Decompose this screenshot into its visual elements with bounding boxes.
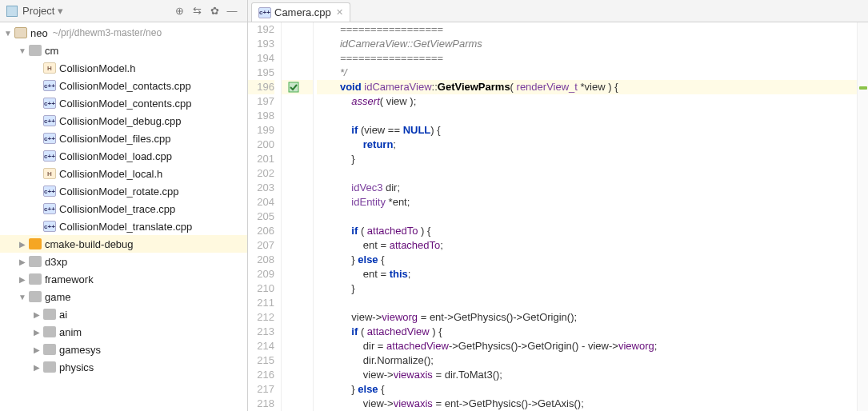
tree-node[interactable]: ▶HCollisionModel.h [0,59,247,77]
h-icon: H [43,168,56,179]
tree-node[interactable]: ▶physics [0,358,247,376]
project-header: Project ▾ ⊕ ⇆ ✿ — [0,0,247,22]
project-title: Project [22,5,54,17]
expand-arrow[interactable]: ▶ [32,187,42,196]
tree-node[interactable]: ▼game [0,288,247,305]
cpp-icon: c++ [43,115,56,126]
node-label: CollisionModel.h [59,62,135,74]
project-icon [6,6,18,17]
node-label: neo [30,27,48,39]
tree-node[interactable]: ▶c++CollisionModel_translate.cpp [0,217,247,235]
node-label: CollisionModel_local.h [59,168,162,180]
expand-arrow[interactable]: ▶ [32,117,42,126]
node-label: gamesys [59,344,101,356]
hide-icon[interactable]: — [223,2,241,20]
expand-arrow[interactable]: ▶ [32,205,42,213]
tab-label: Camera.cpp [274,6,331,18]
tree-node[interactable]: ▶d3xp [0,253,247,270]
folder-icon [29,291,42,302]
folder-icon [29,256,42,267]
cpp-icon: c++ [43,80,56,91]
node-label: CollisionModel_rotate.cpp [59,186,179,198]
tree-node[interactable]: ▶cmake-build-debug [0,235,247,253]
node-label: CollisionModel_translate.cpp [59,221,192,233]
editor-pane: c++ Camera.cpp ✕ 19219319419519619719819… [248,0,868,411]
expand-arrow[interactable]: ▶ [32,170,42,178]
gear-icon[interactable]: ✿ [206,2,223,20]
expand-arrow[interactable]: ▶ [32,64,42,73]
tab-camera-cpp[interactable]: c++ Camera.cpp ✕ [251,2,350,22]
tree-node[interactable]: ▶c++CollisionModel_contents.cpp [0,94,247,112]
expand-arrow[interactable]: ▶ [18,257,27,266]
node-label: ai [59,309,67,321]
node-label: d3xp [45,256,67,268]
project-tree[interactable]: ▼neo~/prj/dhewm3-master/neo▼cm▶HCollisio… [0,22,247,411]
tree-node[interactable]: ▶anim [0,323,247,341]
expand-arrow[interactable]: ▼ [3,29,13,38]
node-label: CollisionModel_contacts.cpp [59,80,191,92]
node-label: CollisionModel_trace.cpp [59,203,175,215]
cpp-icon: c++ [43,150,56,162]
expand-arrow[interactable]: ▼ [18,46,27,55]
close-icon[interactable]: ✕ [336,7,343,18]
folder-icon [29,238,42,249]
h-icon: H [43,62,56,74]
target-icon[interactable]: ⊕ [170,2,188,20]
expand-arrow[interactable]: ▶ [32,328,42,337]
node-label: game [45,291,71,303]
code-area: 1921931941951961971981992002012022032042… [248,22,868,411]
change-mark [859,86,867,90]
node-label: CollisionModel_load.cpp [59,150,172,162]
cpp-icon: c++ [43,203,56,214]
tree-node[interactable]: ▶c++CollisionModel_contacts.cpp [0,77,247,94]
expand-arrow[interactable]: ▶ [32,310,42,319]
folder-icon [43,326,56,337]
tree-node[interactable]: ▶c++CollisionModel_debug.cpp [0,112,247,130]
tree-node[interactable]: ▶c++CollisionModel_trace.cpp [0,200,247,217]
folder-icon [43,309,56,320]
editor-tabs: c++ Camera.cpp ✕ [248,0,868,22]
expand-arrow[interactable]: ▼ [18,293,27,301]
expand-arrow[interactable]: ▶ [32,345,42,354]
node-label: CollisionModel_contents.cpp [59,98,191,110]
folder-icon [14,27,27,38]
expand-arrow[interactable]: ▶ [32,134,42,143]
expand-arrow[interactable]: ▶ [32,222,42,231]
tree-node[interactable]: ▶c++CollisionModel_load.cpp [0,147,247,165]
folder-icon [43,344,56,355]
cpp-icon: c++ [43,133,56,144]
line-gutter: 1921931941951961971981992002012022032042… [248,22,282,411]
project-dropdown[interactable]: ▾ [58,5,63,17]
cpp-icon: c++ [258,7,271,18]
node-label: framework [45,273,94,285]
expand-arrow[interactable]: ▶ [32,82,42,90]
node-label: CollisionModel_debug.cpp [59,115,182,127]
expand-arrow[interactable]: ▶ [32,363,42,372]
collapse-icon[interactable]: ⇆ [188,2,206,20]
tree-node[interactable]: ▶gamesys [0,341,247,358]
tree-node[interactable]: ▼neo~/prj/dhewm3-master/neo [0,24,247,42]
scroll-marks [857,22,868,411]
tree-node[interactable]: ▶ai [0,305,247,323]
tree-node[interactable]: ▶framework [0,270,247,288]
tree-node[interactable]: ▶HCollisionModel_local.h [0,165,247,182]
node-label: cmake-build-debug [45,238,134,250]
gutter-marks [282,22,314,411]
expand-arrow[interactable]: ▶ [18,275,27,284]
svg-rect-0 [289,82,298,92]
folder-icon [43,361,56,373]
path-hint: ~/prj/dhewm3-master/neo [53,27,162,38]
code-content[interactable]: ================= idCameraView::GetViewP… [314,22,857,411]
expand-arrow[interactable]: ▶ [32,99,42,108]
tree-node[interactable]: ▶c++CollisionModel_rotate.cpp [0,182,247,200]
expand-arrow[interactable]: ▶ [32,152,42,161]
folder-icon [29,45,42,56]
node-label: physics [59,361,94,373]
expand-arrow[interactable]: ▶ [18,240,27,249]
cpp-icon: c++ [43,186,56,197]
node-label: cm [45,45,58,57]
tree-node[interactable]: ▶c++CollisionModel_files.cpp [0,130,247,147]
tree-node[interactable]: ▼cm [0,42,247,59]
project-sidebar: Project ▾ ⊕ ⇆ ✿ — ▼neo~/prj/dhewm3-maste… [0,0,248,411]
folder-icon [29,273,42,285]
